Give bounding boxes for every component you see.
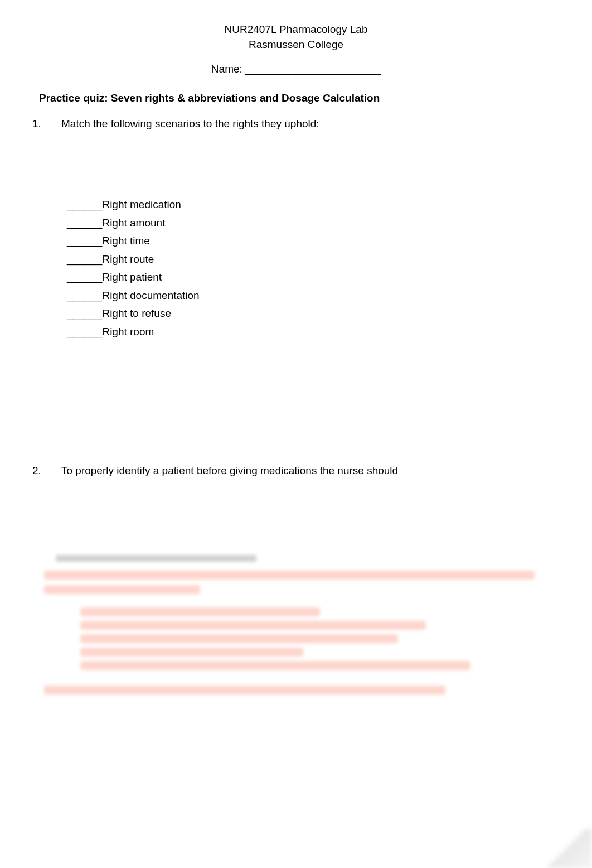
institution-name: Rasmussen College <box>39 37 553 52</box>
document-header: NUR2407L Pharmacology Lab Rasmussen Coll… <box>39 22 553 52</box>
blurred-option-c <box>80 648 303 657</box>
question-1-text: Match the following scenarios to the rig… <box>61 118 319 129</box>
right-item-time: ______Right time <box>67 233 553 249</box>
right-label: Right patient <box>102 271 162 283</box>
blurred-question-4 <box>44 686 445 695</box>
right-item-medication: ______Right medication <box>67 197 553 213</box>
right-label: Right route <box>102 253 154 265</box>
right-item-amount: ______Right amount <box>67 215 553 232</box>
blank-line: ______ <box>67 199 102 210</box>
right-label: Right amount <box>102 217 165 229</box>
section-title: Practice quiz: Seven rights & abbreviati… <box>39 92 553 104</box>
blurred-content-section <box>39 571 553 695</box>
blank-line: ______ <box>67 253 102 265</box>
right-label: Right medication <box>102 199 181 210</box>
right-label: Right time <box>102 235 150 247</box>
spacer <box>39 477 553 555</box>
question-1-number: 1. <box>47 118 61 130</box>
blurred-option-a <box>80 607 320 616</box>
rights-list: ______Right medication ______Right amoun… <box>67 197 553 340</box>
question-2-text: To properly identify a patient before gi… <box>61 465 398 476</box>
name-blank-line: _______________________ <box>242 63 381 75</box>
right-label: Right room <box>102 326 154 337</box>
right-item-patient: ______Right patient <box>67 269 553 286</box>
blurred-option-b-line1 <box>80 621 426 630</box>
blurred-option-d <box>80 661 470 670</box>
right-item-documentation: ______Right documentation <box>67 288 553 304</box>
question-2: 2.To properly identify a patient before … <box>39 465 553 477</box>
question-2-number: 2. <box>47 465 61 477</box>
right-item-room: ______Right room <box>67 324 553 340</box>
blurred-option-b-line2 <box>80 634 398 643</box>
right-label: Right documentation <box>102 290 199 301</box>
right-item-route: ______Right route <box>67 252 553 268</box>
blank-line: ______ <box>67 326 102 337</box>
name-field-row: Name: _______________________ <box>39 63 553 75</box>
blank-line: ______ <box>67 307 102 319</box>
blurred-question-3-line2 <box>44 585 200 594</box>
page-corner-fold <box>542 829 592 868</box>
blurred-gray-line <box>56 555 256 562</box>
blank-line: ______ <box>67 217 102 229</box>
name-label: Name: <box>211 63 242 75</box>
right-item-refuse: ______Right to refuse <box>67 306 553 322</box>
course-title: NUR2407L Pharmacology Lab <box>39 22 553 37</box>
right-label: Right to refuse <box>102 307 171 319</box>
spacer <box>39 342 553 454</box>
blank-line: ______ <box>67 271 102 283</box>
question-1: 1.Match the following scenarios to the r… <box>39 118 553 130</box>
blurred-question-3-line1 <box>44 571 535 580</box>
blank-line: ______ <box>67 235 102 247</box>
blank-line: ______ <box>67 290 102 301</box>
